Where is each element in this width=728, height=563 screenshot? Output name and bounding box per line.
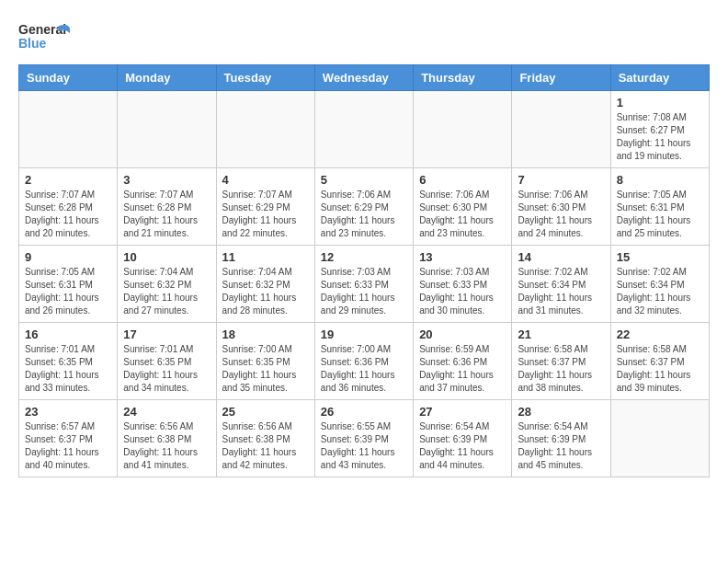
calendar-week-row: 2Sunrise: 7:07 AM Sunset: 6:28 PM Daylig… [19, 168, 710, 246]
calendar-day-9: 9Sunrise: 7:05 AM Sunset: 6:31 PM Daylig… [19, 246, 118, 323]
day-number: 25 [222, 405, 309, 419]
day-info: Sunrise: 7:04 AM Sunset: 6:32 PM Dayligh… [123, 266, 210, 317]
calendar-day-11: 11Sunrise: 7:04 AM Sunset: 6:32 PM Dayli… [216, 246, 314, 323]
calendar-header-wednesday: Wednesday [314, 65, 413, 91]
day-number: 12 [321, 250, 407, 264]
day-info: Sunrise: 7:04 AM Sunset: 6:32 PM Dayligh… [222, 266, 309, 317]
day-info: Sunrise: 7:01 AM Sunset: 6:35 PM Dayligh… [123, 343, 210, 395]
calendar-day-empty [216, 91, 314, 168]
calendar-day-20: 20Sunrise: 6:59 AM Sunset: 6:36 PM Dayli… [414, 323, 512, 400]
calendar-header-thursday: Thursday [414, 65, 512, 91]
day-number: 28 [518, 405, 604, 419]
day-info: Sunrise: 7:06 AM Sunset: 6:29 PM Dayligh… [321, 189, 407, 240]
calendar-day-2: 2Sunrise: 7:07 AM Sunset: 6:28 PM Daylig… [19, 168, 118, 246]
day-number: 15 [617, 250, 703, 264]
calendar-day-12: 12Sunrise: 7:03 AM Sunset: 6:33 PM Dayli… [314, 246, 413, 323]
day-number: 7 [518, 173, 604, 187]
day-info: Sunrise: 7:00 AM Sunset: 6:35 PM Dayligh… [222, 343, 309, 395]
calendar-day-17: 17Sunrise: 7:01 AM Sunset: 6:35 PM Dayli… [118, 323, 216, 400]
day-number: 20 [419, 327, 506, 341]
day-info: Sunrise: 7:08 AM Sunset: 6:27 PM Dayligh… [617, 111, 703, 163]
calendar-header-tuesday: Tuesday [216, 65, 314, 91]
day-number: 3 [123, 173, 210, 187]
day-info: Sunrise: 7:07 AM Sunset: 6:28 PM Dayligh… [25, 189, 111, 240]
calendar-day-13: 13Sunrise: 7:03 AM Sunset: 6:33 PM Dayli… [414, 246, 512, 323]
calendar-table: SundayMondayTuesdayWednesdayThursdayFrid… [18, 64, 710, 477]
calendar-day-28: 28Sunrise: 6:54 AM Sunset: 6:39 PM Dayli… [512, 400, 610, 477]
day-info: Sunrise: 6:58 AM Sunset: 6:37 PM Dayligh… [617, 343, 703, 395]
calendar-day-empty [19, 91, 118, 168]
calendar-day-8: 8Sunrise: 7:05 AM Sunset: 6:31 PM Daylig… [610, 168, 709, 246]
calendar-day-14: 14Sunrise: 7:02 AM Sunset: 6:34 PM Dayli… [512, 246, 610, 323]
calendar-day-6: 6Sunrise: 7:06 AM Sunset: 6:30 PM Daylig… [414, 168, 512, 246]
calendar-day-21: 21Sunrise: 6:58 AM Sunset: 6:37 PM Dayli… [512, 323, 610, 400]
day-info: Sunrise: 6:58 AM Sunset: 6:37 PM Dayligh… [518, 343, 604, 395]
calendar-day-25: 25Sunrise: 6:56 AM Sunset: 6:38 PM Dayli… [216, 400, 314, 477]
day-info: Sunrise: 7:02 AM Sunset: 6:34 PM Dayligh… [518, 266, 604, 317]
calendar-day-empty [610, 400, 709, 477]
day-number: 16 [25, 327, 111, 341]
calendar-day-27: 27Sunrise: 6:54 AM Sunset: 6:39 PM Dayli… [414, 400, 512, 477]
day-info: Sunrise: 7:06 AM Sunset: 6:30 PM Dayligh… [419, 189, 506, 240]
svg-text:Blue: Blue [18, 36, 47, 51]
calendar-day-10: 10Sunrise: 7:04 AM Sunset: 6:32 PM Dayli… [118, 246, 216, 323]
calendar-header-saturday: Saturday [610, 65, 709, 91]
day-number: 19 [321, 327, 407, 341]
day-info: Sunrise: 6:54 AM Sunset: 6:39 PM Dayligh… [518, 420, 604, 472]
day-number: 4 [222, 173, 309, 187]
day-number: 13 [419, 250, 506, 264]
calendar-day-1: 1Sunrise: 7:08 AM Sunset: 6:27 PM Daylig… [610, 91, 709, 168]
day-number: 6 [419, 173, 506, 187]
day-number: 27 [419, 405, 506, 419]
calendar-day-24: 24Sunrise: 6:56 AM Sunset: 6:38 PM Dayli… [118, 400, 216, 477]
calendar-day-22: 22Sunrise: 6:58 AM Sunset: 6:37 PM Dayli… [610, 323, 709, 400]
calendar-day-empty [118, 91, 216, 168]
day-info: Sunrise: 6:55 AM Sunset: 6:39 PM Dayligh… [321, 420, 407, 472]
day-number: 5 [321, 173, 407, 187]
day-info: Sunrise: 7:02 AM Sunset: 6:34 PM Dayligh… [617, 266, 703, 317]
calendar-header-row: SundayMondayTuesdayWednesdayThursdayFrid… [19, 65, 710, 91]
calendar-week-row: 16Sunrise: 7:01 AM Sunset: 6:35 PM Dayli… [19, 323, 710, 400]
day-number: 18 [222, 327, 309, 341]
calendar-day-empty [414, 91, 512, 168]
day-info: Sunrise: 7:03 AM Sunset: 6:33 PM Dayligh… [419, 266, 506, 317]
day-info: Sunrise: 6:59 AM Sunset: 6:36 PM Dayligh… [419, 343, 506, 395]
calendar-header-sunday: Sunday [19, 65, 118, 91]
calendar-week-row: 1Sunrise: 7:08 AM Sunset: 6:27 PM Daylig… [19, 91, 710, 168]
day-info: Sunrise: 7:07 AM Sunset: 6:29 PM Dayligh… [222, 189, 309, 240]
logo-svg: GeneralBlue [18, 18, 74, 55]
day-info: Sunrise: 7:07 AM Sunset: 6:28 PM Dayligh… [123, 189, 210, 240]
calendar-day-18: 18Sunrise: 7:00 AM Sunset: 6:35 PM Dayli… [216, 323, 314, 400]
day-number: 9 [25, 250, 111, 264]
day-number: 11 [222, 250, 309, 264]
calendar-day-23: 23Sunrise: 6:57 AM Sunset: 6:37 PM Dayli… [19, 400, 118, 477]
day-info: Sunrise: 6:57 AM Sunset: 6:37 PM Dayligh… [25, 420, 111, 472]
calendar-day-4: 4Sunrise: 7:07 AM Sunset: 6:29 PM Daylig… [216, 168, 314, 246]
day-number: 22 [617, 327, 703, 341]
day-number: 1 [617, 96, 703, 109]
day-info: Sunrise: 7:05 AM Sunset: 6:31 PM Dayligh… [25, 266, 111, 317]
calendar-day-19: 19Sunrise: 7:00 AM Sunset: 6:36 PM Dayli… [314, 323, 413, 400]
day-info: Sunrise: 6:54 AM Sunset: 6:39 PM Dayligh… [419, 420, 506, 472]
calendar-week-row: 9Sunrise: 7:05 AM Sunset: 6:31 PM Daylig… [19, 246, 710, 323]
day-info: Sunrise: 6:56 AM Sunset: 6:38 PM Dayligh… [123, 420, 210, 472]
day-number: 24 [123, 405, 210, 419]
calendar-day-3: 3Sunrise: 7:07 AM Sunset: 6:28 PM Daylig… [118, 168, 216, 246]
calendar-day-16: 16Sunrise: 7:01 AM Sunset: 6:35 PM Dayli… [19, 323, 118, 400]
day-info: Sunrise: 6:56 AM Sunset: 6:38 PM Dayligh… [222, 420, 309, 472]
calendar-day-26: 26Sunrise: 6:55 AM Sunset: 6:39 PM Dayli… [314, 400, 413, 477]
calendar-header-monday: Monday [118, 65, 216, 91]
day-number: 14 [518, 250, 604, 264]
day-number: 26 [321, 405, 407, 419]
day-info: Sunrise: 7:05 AM Sunset: 6:31 PM Dayligh… [617, 189, 703, 240]
header: GeneralBlue [18, 18, 710, 55]
day-info: Sunrise: 7:06 AM Sunset: 6:30 PM Dayligh… [518, 189, 604, 240]
day-number: 21 [518, 327, 604, 341]
logo: GeneralBlue [18, 18, 74, 55]
day-number: 10 [123, 250, 210, 264]
day-info: Sunrise: 7:00 AM Sunset: 6:36 PM Dayligh… [321, 343, 407, 395]
calendar-day-empty [314, 91, 413, 168]
day-number: 17 [123, 327, 210, 341]
calendar-header-friday: Friday [512, 65, 610, 91]
calendar-day-15: 15Sunrise: 7:02 AM Sunset: 6:34 PM Dayli… [610, 246, 709, 323]
